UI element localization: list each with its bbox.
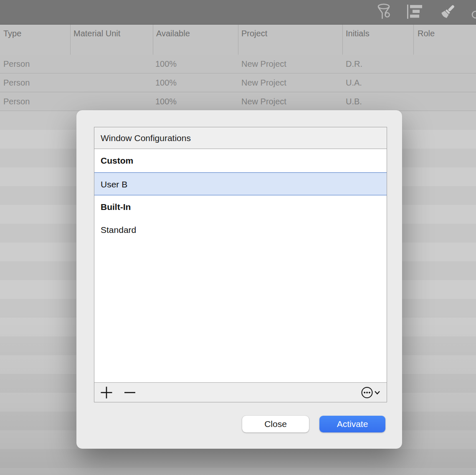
style-brush-icon[interactable] (438, 2, 457, 24)
column-header-type[interactable]: Type (3, 29, 21, 38)
cell-available: 100% (155, 73, 177, 92)
configurations-list: Window Configurations Custom User B Buil… (94, 127, 387, 402)
plus-icon (100, 386, 113, 399)
more-actions-button[interactable] (357, 386, 382, 401)
ellipsis-menu-icon (357, 386, 382, 399)
cell-type: Person (3, 55, 30, 73)
cell-initials: U.A. (346, 73, 362, 92)
column-header-available[interactable]: Available (156, 29, 190, 38)
remove-configuration-button[interactable] (124, 386, 136, 400)
table-row[interactable]: Person 100% New Project U.A. (0, 73, 476, 92)
window-configurations-dialog: Window Configurations Custom User B Buil… (76, 110, 402, 449)
column-divider (342, 25, 343, 55)
cell-available: 100% (155, 92, 177, 111)
column-divider (70, 25, 71, 55)
table-header: Type Material Unit Available Project Ini… (0, 25, 476, 55)
column-divider (413, 25, 414, 55)
partial-toolbar-icon[interactable] (469, 4, 476, 23)
cell-initials: U.B. (346, 92, 362, 111)
cell-type: Person (3, 73, 30, 92)
minus-icon (124, 386, 136, 399)
column-header-project[interactable]: Project (241, 29, 267, 38)
filter-icon[interactable] (377, 3, 392, 24)
app-window: Type Material Unit Available Project Ini… (0, 0, 476, 475)
cell-project: New Project (241, 55, 286, 73)
column-header-material-unit[interactable]: Material Unit (73, 29, 120, 38)
outline-view-icon[interactable] (407, 4, 423, 22)
cell-initials: D.R. (346, 55, 362, 73)
list-section-built-in: Built-In (94, 195, 387, 218)
list-section-custom: Custom (94, 149, 387, 172)
list-footer (94, 382, 387, 402)
table-row[interactable]: Person 100% New Project U.B. (0, 92, 476, 111)
close-button[interactable]: Close (242, 416, 309, 432)
column-divider (238, 25, 238, 55)
cell-type: Person (3, 92, 30, 111)
table-row[interactable]: Person 100% New Project D.R. (0, 55, 476, 73)
column-header-role[interactable]: Role (418, 29, 435, 38)
add-configuration-button[interactable] (100, 386, 113, 400)
cell-project: New Project (241, 92, 286, 111)
cell-available: 100% (155, 55, 177, 73)
column-divider (153, 25, 153, 55)
toolbar (0, 0, 476, 25)
dialog-title: Window Configurations (94, 127, 387, 149)
cell-project: New Project (241, 73, 286, 92)
activate-button[interactable]: Activate (319, 416, 385, 432)
list-item-user-b[interactable]: User B (94, 172, 387, 195)
column-header-initials[interactable]: Initials (346, 29, 370, 38)
list-item-standard[interactable]: Standard (94, 218, 387, 241)
